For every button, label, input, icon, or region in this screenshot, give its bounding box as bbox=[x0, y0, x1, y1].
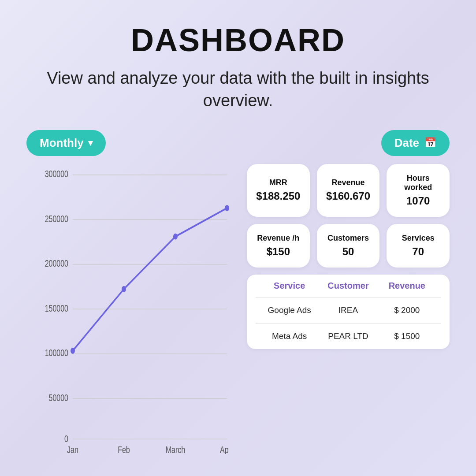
svg-text:50000: 50000 bbox=[49, 392, 68, 403]
table-header-customer: Customer bbox=[319, 281, 377, 291]
svg-text:100000: 100000 bbox=[45, 347, 68, 358]
stat-value-hours: 1070 bbox=[406, 195, 430, 207]
svg-text:200000: 200000 bbox=[45, 258, 68, 268]
table-cell-customer-1: IREA bbox=[319, 305, 377, 315]
date-filter-button[interactable]: Date 📅 bbox=[381, 130, 450, 156]
svg-text:250000: 250000 bbox=[45, 213, 68, 224]
table-cell-customer-2: PEAR LTD bbox=[319, 331, 377, 341]
svg-point-16 bbox=[173, 233, 178, 239]
table-header-service: Service bbox=[260, 281, 319, 291]
svg-text:0: 0 bbox=[64, 433, 68, 444]
svg-text:April: April bbox=[220, 444, 229, 454]
table-cell-service-2: Meta Ads bbox=[260, 331, 319, 341]
svg-text:300000: 300000 bbox=[45, 168, 68, 179]
line-chart: 300000 250000 200000 150000 100000 50000… bbox=[26, 164, 229, 454]
svg-text:150000: 150000 bbox=[45, 303, 68, 313]
chevron-down-icon: ▾ bbox=[88, 138, 93, 148]
chart-container: 300000 250000 200000 150000 100000 50000… bbox=[26, 164, 229, 454]
stat-label-services: Services bbox=[402, 234, 435, 243]
stat-value-revenue-h: $150 bbox=[267, 245, 290, 258]
stat-label-mrr: MRR bbox=[269, 178, 287, 187]
calendar-icon: 📅 bbox=[424, 137, 436, 149]
table-row: Meta Ads PEAR LTD $ 1500 bbox=[251, 324, 445, 349]
svg-text:March: March bbox=[166, 444, 185, 454]
svg-text:Jan: Jan bbox=[67, 444, 78, 454]
table-cell-revenue-1: $ 2000 bbox=[378, 305, 436, 315]
stats-grid: MRR $188.250 Revenue $160.670 Hours work… bbox=[247, 164, 450, 268]
svg-point-14 bbox=[71, 348, 75, 354]
svg-point-15 bbox=[122, 286, 126, 292]
stat-value-customers: 50 bbox=[342, 245, 354, 258]
controls-row: Monthly ▾ Date 📅 bbox=[26, 130, 450, 156]
stat-card-mrr: MRR $188.250 bbox=[247, 164, 310, 217]
svg-point-17 bbox=[225, 205, 229, 211]
stat-value-mrr: $188.250 bbox=[256, 190, 300, 202]
table-cell-revenue-2: $ 1500 bbox=[378, 331, 436, 341]
svg-text:Feb: Feb bbox=[118, 444, 130, 454]
stat-value-services: 70 bbox=[412, 245, 424, 258]
table-cell-service-1: Google Ads bbox=[260, 305, 319, 315]
stat-label-revenue-h: Revenue /h bbox=[257, 234, 299, 243]
chart-area: 300000 250000 200000 150000 100000 50000… bbox=[26, 164, 229, 458]
data-table: Service Customer Revenue Google Ads IREA… bbox=[247, 275, 450, 349]
stat-label-customers: Customers bbox=[327, 234, 369, 243]
stat-value-revenue: $160.670 bbox=[326, 190, 370, 202]
page-title: DASHBOARD bbox=[131, 22, 345, 58]
stats-area: MRR $188.250 Revenue $160.670 Hours work… bbox=[247, 164, 450, 458]
stat-label-hours: Hours worked bbox=[394, 174, 443, 192]
date-label: Date bbox=[394, 136, 419, 150]
stat-card-hours: Hours worked 1070 bbox=[387, 164, 450, 217]
monthly-filter-button[interactable]: Monthly ▾ bbox=[26, 130, 106, 156]
main-content: 300000 250000 200000 150000 100000 50000… bbox=[26, 164, 450, 458]
table-header-revenue: Revenue bbox=[378, 281, 436, 291]
stat-card-customers: Customers 50 bbox=[317, 224, 380, 268]
page-subtitle: View and analyze your data with the buil… bbox=[40, 67, 436, 112]
monthly-label: Monthly bbox=[40, 136, 84, 150]
table-header: Service Customer Revenue bbox=[251, 275, 445, 297]
stat-label-revenue: Revenue bbox=[331, 178, 364, 187]
table-row: Google Ads IREA $ 2000 bbox=[251, 298, 445, 323]
stat-card-services: Services 70 bbox=[387, 224, 450, 268]
stat-card-revenue: Revenue $160.670 bbox=[317, 164, 380, 217]
stat-card-revenue-h: Revenue /h $150 bbox=[247, 224, 310, 268]
